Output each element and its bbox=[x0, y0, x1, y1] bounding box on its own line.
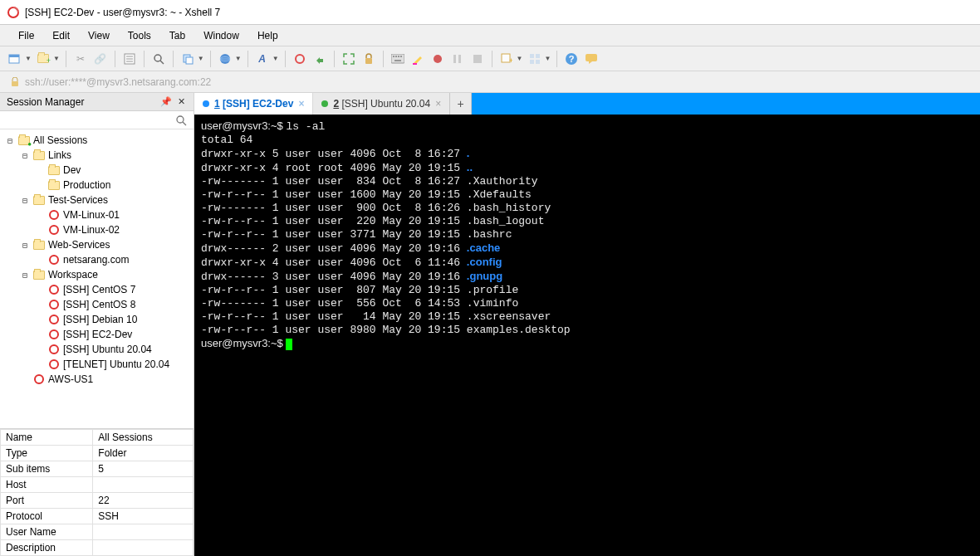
tree-item[interactable]: VM-Linux-02 bbox=[3, 222, 190, 237]
close-icon[interactable]: × bbox=[435, 98, 441, 110]
stop-icon[interactable] bbox=[469, 51, 486, 67]
separator bbox=[210, 51, 211, 67]
folder-icon bbox=[47, 178, 61, 192]
dropdown-icon[interactable]: ▼ bbox=[545, 55, 551, 62]
dropdown-icon[interactable]: ▼ bbox=[25, 55, 32, 62]
tab-ubuntu[interactable]: 2 [SSH] Ubuntu 20.04 × bbox=[313, 93, 450, 115]
search-icon[interactable] bbox=[150, 51, 167, 67]
swirl-icon[interactable] bbox=[292, 51, 308, 67]
panel-title: Session Manager bbox=[7, 96, 84, 108]
globe-icon[interactable] bbox=[217, 51, 233, 67]
dropdown-icon[interactable]: ▼ bbox=[517, 55, 523, 62]
menu-edit[interactable]: Edit bbox=[44, 27, 78, 44]
tree-item[interactable]: netsarang.com bbox=[3, 252, 190, 267]
copy-icon[interactable] bbox=[179, 51, 196, 67]
address-bar[interactable]: ssh://user:****@mysvr3.netsarang.com:22 bbox=[0, 71, 980, 93]
new-folder-icon[interactable]: + bbox=[35, 51, 51, 67]
dropdown-icon[interactable]: ▼ bbox=[53, 55, 60, 62]
highlight-icon[interactable] bbox=[409, 51, 426, 67]
tree-item[interactable]: Production bbox=[3, 178, 190, 193]
props-row: Sub items5 bbox=[1, 461, 194, 477]
properties-icon[interactable] bbox=[121, 51, 138, 67]
tree-folder-workspace[interactable]: ⊟Workspace bbox=[3, 267, 190, 282]
panel-header: Session Manager 📌 ✕ bbox=[0, 93, 194, 111]
session-manager-panel: Session Manager 📌 ✕ ⊟●All Sessions ⊟Link… bbox=[0, 93, 194, 556]
tree-item[interactable]: [SSH] EC2-Dev bbox=[3, 327, 190, 342]
tree-root[interactable]: ⊟●All Sessions bbox=[3, 133, 190, 148]
add-tab-button[interactable]: + bbox=[450, 93, 472, 115]
svg-rect-32 bbox=[536, 60, 540, 64]
tree-folder-links[interactable]: ⊟Links bbox=[3, 148, 190, 163]
menu-tab[interactable]: Tab bbox=[161, 27, 194, 44]
separator bbox=[115, 51, 115, 67]
props-row: ProtocolSSH bbox=[1, 509, 194, 524]
search-icon[interactable] bbox=[175, 115, 187, 126]
svg-point-47 bbox=[50, 360, 58, 368]
session-icon bbox=[47, 253, 61, 266]
panel-search-row bbox=[0, 111, 194, 129]
record-icon[interactable] bbox=[429, 51, 446, 67]
new-session-icon[interactable] bbox=[7, 51, 23, 67]
tile-icon[interactable] bbox=[527, 51, 543, 67]
session-icon bbox=[47, 223, 61, 237]
link-icon[interactable]: 🔗 bbox=[92, 51, 109, 67]
transfer-icon[interactable] bbox=[311, 51, 328, 67]
help-icon[interactable]: ? bbox=[563, 51, 580, 67]
tree-item[interactable]: AWS-US1 bbox=[3, 372, 190, 387]
tree-item[interactable]: Dev bbox=[3, 163, 190, 178]
session-tree[interactable]: ⊟●All Sessions ⊟Links Dev Production ⊟Te… bbox=[0, 129, 194, 428]
folder-icon bbox=[32, 268, 46, 281]
menu-file[interactable]: File bbox=[10, 27, 42, 44]
dropdown-icon[interactable]: ▼ bbox=[272, 55, 279, 62]
props-row: Port22 bbox=[1, 493, 194, 509]
svg-point-48 bbox=[35, 375, 43, 383]
session-icon bbox=[47, 298, 61, 311]
session-icon bbox=[47, 313, 61, 326]
separator bbox=[383, 51, 384, 67]
folder-icon bbox=[32, 238, 46, 251]
status-dot-icon bbox=[321, 100, 328, 107]
svg-rect-17 bbox=[393, 56, 394, 57]
pin-icon[interactable]: 📌 bbox=[160, 96, 172, 108]
close-icon[interactable]: × bbox=[298, 98, 304, 110]
cut-icon[interactable]: ✂ bbox=[72, 51, 89, 67]
close-icon[interactable]: ✕ bbox=[175, 96, 187, 108]
menu-help[interactable]: Help bbox=[249, 27, 287, 44]
svg-rect-15 bbox=[365, 58, 372, 64]
menu-view[interactable]: View bbox=[80, 27, 118, 44]
dropdown-icon[interactable]: ▼ bbox=[235, 55, 242, 62]
tree-folder-test[interactable]: ⊟Test-Services bbox=[3, 193, 190, 207]
separator bbox=[144, 51, 145, 67]
font-icon[interactable]: A bbox=[254, 51, 271, 67]
separator bbox=[556, 51, 557, 67]
tree-item[interactable]: [SSH] CentOS 8 bbox=[3, 297, 190, 312]
session-icon bbox=[47, 208, 61, 222]
menu-window[interactable]: Window bbox=[195, 27, 247, 44]
tree-item[interactable]: [TELNET] Ubuntu 20.04 bbox=[3, 357, 190, 372]
tree-folder-web[interactable]: ⊟Web-Services bbox=[3, 237, 190, 252]
menu-tools[interactable]: Tools bbox=[120, 27, 159, 44]
window-title: [SSH] EC2-Dev - user@mysvr3: ~ - Xshell … bbox=[25, 7, 220, 18]
tree-item[interactable]: [SSH] Debian 10 bbox=[3, 312, 190, 327]
fullscreen-icon[interactable] bbox=[341, 51, 357, 67]
dropdown-icon[interactable]: ▼ bbox=[198, 55, 204, 62]
terminal[interactable]: user@mysvr3:~$ ls -al total 64 drwxr-xr-… bbox=[194, 115, 980, 556]
tab-ec2-dev[interactable]: 1 [SSH] EC2-Dev × bbox=[194, 93, 313, 115]
svg-rect-29 bbox=[530, 54, 534, 58]
tree-item[interactable]: [SSH] CentOS 7 bbox=[3, 282, 190, 297]
svg-rect-10 bbox=[186, 57, 193, 64]
chat-icon[interactable] bbox=[583, 51, 600, 67]
svg-text:+: + bbox=[509, 56, 512, 65]
keyboard-icon[interactable] bbox=[390, 51, 406, 67]
new-window-icon[interactable]: + bbox=[498, 51, 515, 67]
tree-item[interactable]: [SSH] Ubuntu 20.04 bbox=[3, 342, 190, 357]
lock-icon[interactable] bbox=[360, 51, 377, 67]
pause-icon[interactable] bbox=[449, 51, 466, 67]
svg-point-7 bbox=[154, 55, 161, 61]
svg-point-37 bbox=[177, 116, 184, 123]
tree-item[interactable]: VM-Linux-01 bbox=[3, 207, 190, 222]
svg-rect-35 bbox=[586, 54, 597, 61]
properties-grid: NameAll Sessions TypeFolder Sub items5 H… bbox=[0, 428, 194, 556]
props-row: Host bbox=[1, 477, 194, 493]
svg-rect-21 bbox=[394, 60, 401, 61]
